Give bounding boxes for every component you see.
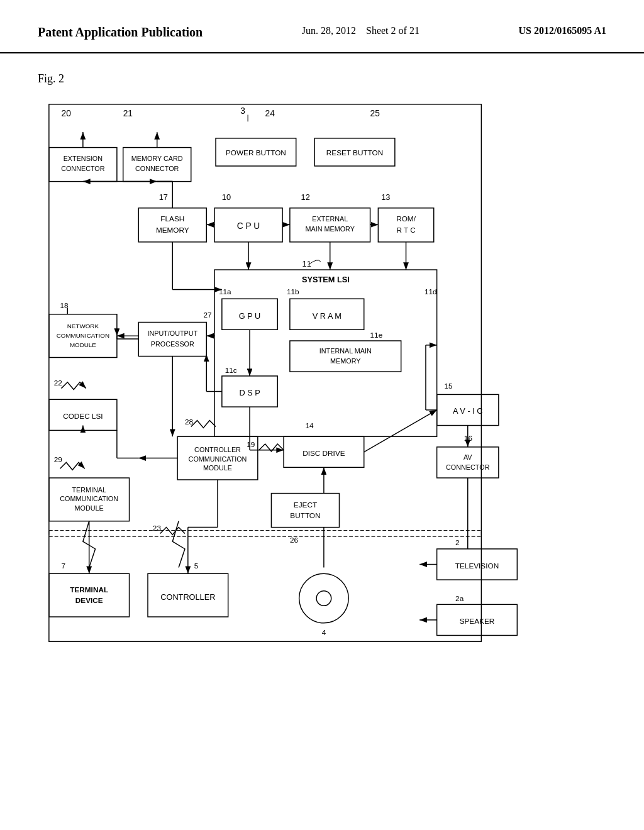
diagram-area: Fig. 2 20 21 3 24 25 EXTENSION CONNECTOR… [0, 53, 644, 811]
label-28: 28 [185, 418, 194, 426]
label-11b: 11b [287, 287, 299, 296]
label-22: 22 [54, 379, 62, 387]
text-term3: MODULE [75, 504, 104, 512]
text-intmem2: MEMORY [330, 357, 360, 365]
patent-number: US 2012/0165095 A1 [518, 25, 606, 36]
text-net3: MODULE [70, 341, 96, 348]
text-memcard1: MEMORY CARD [131, 155, 183, 162]
svg-rect-8 [138, 208, 206, 242]
text-termdev2: DEVICE [75, 596, 103, 604]
text-dsp: D S P [239, 388, 260, 397]
text-gpu: G P U [239, 311, 260, 321]
text-controller: CONTROLLER [160, 592, 215, 602]
svg-line-62 [364, 410, 437, 452]
label-3: 3 [240, 106, 245, 116]
text-vram: V R A M [313, 311, 341, 321]
label-11d: 11d [425, 287, 437, 296]
figure-label: Fig. 2 [38, 72, 606, 86]
text-memcard2: CONNECTOR [135, 165, 179, 172]
text-eject2: BUTTON [290, 511, 320, 519]
svg-rect-19 [290, 341, 401, 372]
label-13: 13 [381, 192, 390, 202]
label-2a: 2a [455, 594, 464, 602]
publication-date: Jun. 28, 2012 [302, 25, 356, 36]
text-avcon1: AV [464, 453, 472, 461]
label-25: 25 [370, 109, 380, 118]
label-7: 7 [62, 562, 66, 570]
text-avcon2: CONNECTOR [446, 463, 490, 471]
text-intmem1: INTERNAL MAIN [319, 347, 372, 355]
text-reset: RESET BUTTON [326, 148, 383, 157]
label-10: 10 [222, 192, 231, 202]
svg-rect-0 [49, 104, 482, 641]
label-27: 27 [203, 311, 211, 319]
text-avic: A V - I C [453, 406, 482, 416]
text-ctrl1: CONTROLLER [194, 446, 241, 453]
label-26: 26 [290, 536, 299, 544]
text-cpu: C P U [237, 221, 260, 231]
label-24: 24 [265, 109, 275, 118]
text-rom: ROM/ [396, 214, 416, 223]
text-speaker: SPEAKER [460, 617, 495, 625]
header: Patent Application Publication Jun. 28, … [0, 0, 644, 53]
text-iop1: INPUT/OUTPUT [147, 329, 197, 337]
text-rtc: R T C [396, 226, 416, 234]
label-11c: 11c [225, 366, 237, 374]
text-connector: CONNECTOR [61, 165, 105, 172]
sheet-info: Sheet 2 of 21 [366, 25, 419, 36]
header-center: Jun. 28, 2012 Sheet 2 of 21 [302, 25, 419, 36]
text-tv: TELEVISION [455, 562, 499, 570]
text-extension: EXTENSION [64, 155, 103, 162]
publication-title: Patent Application Publication [38, 25, 203, 40]
svg-rect-26 [437, 447, 499, 478]
text-iop2: PROCESSOR [151, 340, 194, 348]
text-disc: DISC DRIVE [303, 449, 345, 457]
label-12: 12 [301, 192, 310, 202]
label-11a: 11a [219, 287, 231, 296]
label-14: 14 [305, 421, 314, 429]
text-termdev1: TERMINAL [70, 585, 108, 594]
diagram-svg: 20 21 3 24 25 EXTENSION CONNECTOR MEMORY… [38, 98, 604, 790]
svg-rect-21 [138, 323, 206, 357]
text-eject1: EJECT [294, 501, 317, 509]
text-flash1: FLASH [160, 214, 184, 223]
svg-rect-29 [271, 494, 339, 528]
label-20: 20 [62, 109, 72, 118]
text-term1: TERMINAL [72, 486, 106, 494]
svg-point-33 [299, 573, 349, 623]
label-16: 16 [464, 434, 473, 442]
text-systemlsi: SYSTEM LSI [302, 275, 350, 284]
text-extmem1: EXTERNAL [312, 215, 348, 223]
text-ctrl3: MODULE [203, 464, 232, 472]
label-5: 5 [194, 562, 199, 570]
label-15: 15 [444, 382, 453, 390]
svg-rect-30 [49, 531, 482, 537]
svg-rect-11 [378, 208, 433, 242]
label-29: 29 [54, 455, 62, 463]
label-2: 2 [455, 538, 460, 546]
text-extmem2: MAIN MEMORY [306, 225, 355, 233]
label-21: 21 [123, 109, 133, 118]
text-net1: NETWORK [67, 323, 99, 329]
page: Patent Application Publication Jun. 28, … [0, 0, 644, 830]
label-11e: 11e [370, 331, 383, 339]
text-power: POWER BUTTON [226, 148, 286, 157]
text-codec: CODEC LSI [63, 412, 103, 420]
label-19: 19 [247, 440, 255, 448]
svg-point-34 [316, 591, 331, 606]
text-net2: COMMUNICATION [57, 332, 109, 339]
text-term2: COMMUNICATION [60, 495, 118, 502]
text-ctrl2: COMMUNICATION [189, 455, 247, 463]
label-23: 23 [153, 524, 162, 532]
label-17: 17 [159, 192, 168, 202]
text-flash2: MEMORY [156, 226, 189, 234]
label-4: 4 [322, 628, 326, 636]
svg-rect-31 [49, 573, 130, 617]
